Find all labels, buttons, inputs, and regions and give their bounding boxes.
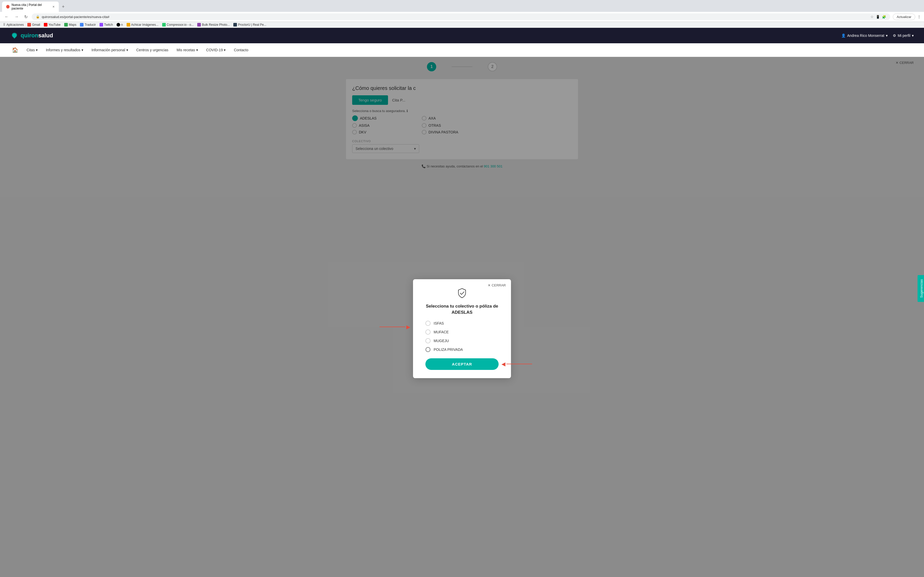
profile-icon: ⚙ [893, 34, 896, 38]
apps-icon: ⠿ [3, 23, 5, 27]
modal-close-label: CERRAR [492, 283, 506, 287]
poliza-privada-label: POLIZA PRIVADA [434, 348, 463, 351]
nav-centros-label: Centros y urgencias [136, 48, 169, 52]
muface-label: MUFACE [434, 330, 449, 334]
nav-centros[interactable]: Centros y urgencias [132, 44, 173, 56]
modal-shield-area [425, 287, 499, 300]
profile-chevron-icon: ▾ [912, 34, 914, 38]
bookmark-n-label: n [121, 23, 123, 27]
modal-close-x-icon: ✕ [488, 283, 491, 287]
bookmark-apps-label: Aplicaciones [6, 23, 24, 27]
option-muface[interactable]: MUFACE [425, 329, 499, 335]
bookmark-youtube[interactable]: YouTube [44, 23, 61, 27]
update-button[interactable]: Actualizar [893, 14, 915, 20]
sugerencias-label: Sugerencias [919, 279, 923, 298]
tab-close-button[interactable]: ✕ [52, 5, 55, 8]
forward-button[interactable]: → [13, 14, 20, 19]
star-icon[interactable]: ☆ [871, 15, 874, 19]
bookmark-achicar[interactable]: Achicar Imágenes... [127, 23, 158, 27]
mugeju-radio[interactable] [425, 338, 431, 343]
bookmark-gmail[interactable]: Gmail [27, 23, 40, 27]
modal-close-button[interactable]: ✕ CERRAR [488, 283, 506, 287]
url-text: quironsalud.es/portal-paciente/es/nueva-… [42, 15, 868, 19]
nav-info-personal[interactable]: Información personal ▾ [87, 44, 132, 56]
youtube-favicon [44, 23, 47, 27]
bookmark-apps[interactable]: ⠿ Aplicaciones [3, 23, 24, 27]
maps-favicon [64, 23, 68, 27]
nav-informes[interactable]: Informes y resultados ▾ [42, 44, 87, 56]
bulk-favicon [197, 23, 201, 27]
nav-covid-chevron: ▾ [224, 48, 226, 52]
poliza-privada-radio[interactable] [425, 347, 431, 352]
browser-chrome: Nueva cita | Portal del paciente ✕ + ← →… [0, 0, 924, 28]
bookmark-translate[interactable]: Traducir [80, 23, 96, 27]
nav-citas[interactable]: Citas ▾ [23, 44, 42, 56]
nav-informes-label: Informes y resultados [46, 48, 81, 52]
nav-contacto[interactable]: Contacto [230, 44, 252, 56]
bookmark-bulk-label: Bulk Resize Photo... [202, 23, 230, 27]
menu-icon[interactable]: ⋮ [917, 15, 921, 19]
accept-button[interactable]: ACEPTAR [425, 358, 499, 370]
bookmark-compressor[interactable]: Compressor.io - o... [162, 23, 194, 27]
bookmark-proctoru-label: ProctorU | Real Pe... [238, 23, 267, 27]
profile-label: Mi perfil [898, 34, 910, 38]
site-header: quironsalud 👤 Andrea Rico Monserrat ▾ ⚙ … [0, 28, 924, 43]
bookmark-twitch-label: Twitch [104, 23, 113, 27]
annotation-arrow-left: ▶ [380, 324, 410, 330]
bookmark-maps[interactable]: Maps [64, 23, 76, 27]
nav-covid[interactable]: COVID-19 ▾ [202, 44, 230, 56]
option-poliza-privada[interactable]: POLIZA PRIVADA [425, 347, 499, 352]
address-bar[interactable]: 🔒 quironsalud.es/portal-paciente/es/nuev… [32, 13, 890, 20]
address-bar-row: ← → ↻ 🔒 quironsalud.es/portal-paciente/e… [0, 12, 924, 22]
compressor-favicon [162, 23, 166, 27]
header-user[interactable]: 👤 Andrea Rico Monserrat ▾ [841, 34, 888, 38]
user-name: Andrea Rico Monserrat [847, 34, 884, 38]
isfas-radio[interactable] [425, 321, 431, 326]
bookmark-maps-label: Maps [69, 23, 76, 27]
muface-radio[interactable] [425, 329, 431, 335]
bookmark-twitch[interactable]: Twitch [100, 23, 113, 27]
logo-area[interactable]: quironsalud [10, 31, 53, 40]
lock-icon: 🔒 [36, 15, 40, 19]
tab-title: Nueva cita | Portal del paciente [11, 3, 50, 10]
bookmark-achicar-label: Achicar Imágenes... [131, 23, 158, 27]
nav-info-personal-label: Información personal [92, 48, 125, 52]
shield-icon [456, 287, 468, 299]
bookmark-proctoru[interactable]: ProctorU | Real Pe... [233, 23, 267, 27]
annotation-arrow-right: ◀ [501, 361, 532, 367]
nav-home-button[interactable]: 🏠 [8, 43, 23, 56]
bookmark-bulk[interactable]: Bulk Resize Photo... [197, 23, 230, 27]
nav-citas-chevron: ▾ [36, 48, 38, 52]
bookmark-translate-label: Traducir [84, 23, 96, 27]
proctoru-favicon [233, 23, 237, 27]
site-nav: 🏠 Citas ▾ Informes y resultados ▾ Inform… [0, 43, 924, 57]
twitch-favicon [100, 23, 103, 27]
reload-button[interactable]: ↻ [23, 14, 29, 20]
active-tab[interactable]: Nueva cita | Portal del paciente ✕ [2, 2, 59, 12]
logo-main: salud [38, 32, 53, 39]
nav-informes-chevron: ▾ [81, 48, 83, 52]
new-tab-button[interactable]: + [60, 3, 67, 11]
header-profile[interactable]: ⚙ Mi perfil ▾ [893, 34, 914, 38]
option-isfas[interactable]: ISFAS [425, 321, 499, 326]
phone-icon: 📱 [876, 15, 880, 19]
user-chevron-icon: ▾ [886, 34, 888, 38]
translate-favicon [80, 23, 84, 27]
page-content: ✕ CERRAR 1 2 ¿Cómo quieres solicitar la … [0, 57, 924, 577]
nav-covid-label: COVID-19 [206, 48, 223, 52]
logo-text: quironsalud [21, 32, 53, 39]
browser-actions: Actualizar ⋮ [893, 14, 921, 20]
bookmark-gmail-label: Gmail [32, 23, 40, 27]
modal-title-line2: ADESLAS [451, 310, 472, 315]
modal-overlay[interactable]: ▶ ✕ CERRAR Selecciona tu colectivo o pól… [0, 57, 924, 577]
sugerencias-tab[interactable]: Sugerencias [917, 275, 924, 302]
option-mugeju[interactable]: MUGEJU [425, 338, 499, 343]
nav-recetas[interactable]: Mis recetas ▾ [173, 44, 202, 56]
tab-bar: Nueva cita | Portal del paciente ✕ + [0, 0, 924, 12]
tab-favicon [6, 5, 10, 8]
back-button[interactable]: ← [3, 14, 10, 19]
modal-title: Selecciona tu colectivo o póliza de ADES… [425, 303, 499, 316]
header-right: 👤 Andrea Rico Monserrat ▾ ⚙ Mi perfil ▾ [841, 34, 914, 38]
bookmark-n[interactable]: n [116, 23, 123, 27]
nav-contacto-label: Contacto [234, 48, 248, 52]
